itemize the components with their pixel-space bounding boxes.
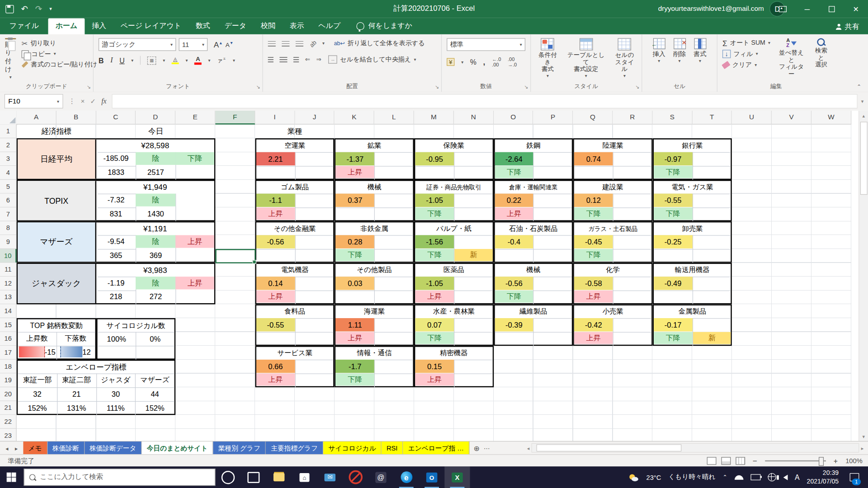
row-header-3[interactable]: 3 bbox=[0, 152, 17, 166]
row-header-23[interactable]: 23 bbox=[0, 429, 17, 441]
tab-file[interactable]: ファイル bbox=[0, 18, 48, 34]
industry-value[interactable]: -1.7 bbox=[336, 360, 374, 373]
industry-value[interactable]: -0.95 bbox=[415, 152, 453, 165]
zoom-out-icon[interactable]: − bbox=[753, 456, 757, 465]
index-change[interactable]: -1.19 bbox=[96, 277, 136, 289]
tab-データ[interactable]: データ bbox=[217, 18, 254, 34]
align-left-icon[interactable] bbox=[268, 57, 274, 62]
orientation-icon[interactable]: ab bbox=[308, 39, 317, 48]
industry-signal[interactable]: 上昇 bbox=[256, 374, 295, 386]
fill-button[interactable]: ↓フィル ▾ bbox=[722, 49, 770, 59]
taskbar-app-mail[interactable]: ✉ bbox=[317, 466, 343, 488]
column-header-L[interactable]: L bbox=[374, 111, 414, 125]
column-header-O[interactable]: O bbox=[494, 111, 533, 125]
industry-value[interactable]: 0.66 bbox=[256, 360, 295, 373]
copy-button[interactable]: コピー ▾ bbox=[22, 49, 97, 59]
account-email[interactable]: dryyourtearswithlove1@gmail.com bbox=[658, 5, 764, 13]
column-header-P[interactable]: P bbox=[533, 111, 573, 125]
industry-signal[interactable]: 下降 bbox=[654, 332, 692, 344]
index-change[interactable]: -185.09 bbox=[96, 152, 136, 165]
row-header-5[interactable]: 5 bbox=[0, 180, 17, 194]
column-header-W[interactable]: W bbox=[811, 111, 851, 125]
index-price[interactable]: ¥1,949 bbox=[96, 181, 214, 193]
industry-value[interactable]: -1.05 bbox=[415, 194, 453, 207]
index-signal[interactable]: 上昇 bbox=[175, 235, 214, 248]
industry-signal[interactable]: 上昇 bbox=[336, 332, 374, 344]
tab-挿入[interactable]: 挿入 bbox=[85, 18, 113, 34]
close-icon[interactable]: ✕ bbox=[844, 0, 868, 18]
envelope-percent[interactable]: 152% bbox=[18, 401, 57, 414]
format-as-table-button[interactable]: テーブルとして 書式設定▾ bbox=[565, 38, 607, 80]
clock[interactable]: 20:39 2021/07/05 bbox=[807, 469, 839, 486]
row-header-7[interactable]: 7 bbox=[0, 207, 17, 221]
sheet-tab-株価診断データ[interactable]: 株価診断データ bbox=[85, 441, 142, 455]
taskbar-app-store[interactable]: ⌂ bbox=[292, 466, 317, 488]
row-header-2[interactable]: 2 bbox=[0, 138, 17, 152]
onedrive-icon[interactable] bbox=[735, 475, 744, 479]
scroll-right-icon[interactable]: ▸ bbox=[861, 445, 864, 450]
index-decliners[interactable]: 272 bbox=[136, 291, 175, 303]
align-bottom-icon[interactable] bbox=[296, 41, 303, 46]
horizontal-scrollbar[interactable]: ◂ ▸ bbox=[527, 443, 863, 453]
bold-icon[interactable]: B bbox=[99, 56, 104, 64]
industry-value[interactable]: -1.56 bbox=[415, 235, 453, 248]
column-header-A[interactable]: A bbox=[17, 111, 57, 125]
taskbar-app-cortana[interactable] bbox=[215, 466, 241, 488]
insert-cells-button[interactable]: ← 挿入▾ bbox=[653, 38, 665, 80]
ribbon-display-options-icon[interactable] bbox=[770, 0, 795, 18]
weather-icon[interactable] bbox=[628, 473, 639, 482]
sheet-tab-今日のまとめサイト[interactable]: 今日のまとめサイト bbox=[142, 441, 213, 455]
align-right-icon[interactable] bbox=[293, 57, 299, 62]
taskbar-app-blocked[interactable] bbox=[343, 466, 368, 488]
index-candle[interactable]: 陰 bbox=[136, 235, 175, 248]
industry-value[interactable]: -1.1 bbox=[256, 194, 295, 207]
sheet-tab-メモ[interactable]: メモ bbox=[24, 441, 47, 455]
index-price[interactable]: ¥1,191 bbox=[96, 222, 214, 235]
industry-signal[interactable]: 上昇 bbox=[415, 291, 453, 303]
clear-button[interactable]: クリア ▾ bbox=[722, 60, 770, 70]
index-price[interactable]: ¥28,598 bbox=[96, 140, 214, 152]
vertical-scrollbar[interactable]: ▴▾ bbox=[859, 111, 868, 441]
row-header-11[interactable]: 11 bbox=[0, 263, 17, 277]
network-icon[interactable] bbox=[768, 473, 776, 481]
psychological-value-1[interactable]: 100% bbox=[97, 332, 136, 345]
column-header-S[interactable]: S bbox=[652, 111, 692, 125]
industry-signal[interactable]: 下降 bbox=[654, 207, 692, 220]
industry-signal[interactable]: 下降 bbox=[574, 207, 613, 220]
find-select-button[interactable]: 検索と 選択 bbox=[812, 38, 830, 80]
borders-icon[interactable]: ▦ bbox=[147, 56, 156, 64]
index-advancers[interactable]: 365 bbox=[96, 249, 136, 262]
scroll-left-icon[interactable]: ◂ bbox=[527, 445, 530, 450]
underline-icon[interactable]: U bbox=[119, 56, 124, 64]
enter-icon[interactable]: ✓ bbox=[90, 98, 96, 105]
envelope-count[interactable]: 30 bbox=[96, 387, 136, 400]
italic-icon[interactable]: I bbox=[110, 56, 113, 65]
industry-new-flag[interactable]: 新 bbox=[693, 332, 731, 344]
weather-desc[interactable]: くもり時々晴れ bbox=[668, 473, 715, 482]
industry-signal[interactable]: 下降 bbox=[415, 249, 453, 261]
taskbar-app-task-view[interactable] bbox=[241, 466, 266, 488]
industry-signal[interactable]: 下降 bbox=[654, 166, 692, 178]
cell-styles-button[interactable]: セルの スタイル▾ bbox=[613, 38, 637, 80]
cut-button[interactable]: ✂切り取り bbox=[22, 38, 97, 48]
industry-value[interactable]: -0.55 bbox=[654, 194, 692, 207]
sort-filter-button[interactable]: AZ 並べ替えと フィルター bbox=[777, 38, 806, 80]
envelope-count[interactable]: 21 bbox=[57, 387, 96, 400]
column-header-R[interactable]: R bbox=[613, 111, 653, 125]
column-header-D[interactable]: D bbox=[136, 111, 175, 125]
sheet-tab-株価診断[interactable]: 株価診断 bbox=[47, 441, 85, 455]
decrease-indent-icon[interactable]: ⇐ bbox=[305, 56, 310, 63]
industry-value[interactable]: 0.28 bbox=[336, 235, 374, 248]
index-price[interactable]: ¥3,983 bbox=[96, 264, 214, 276]
zoom-in-icon[interactable]: + bbox=[834, 457, 838, 465]
conditional-formatting-button[interactable]: 条件付き 書式▾ bbox=[536, 38, 559, 80]
row-header-22[interactable]: 22 bbox=[0, 415, 17, 429]
industry-signal[interactable]: 下降 bbox=[495, 291, 533, 303]
column-header-B[interactable]: B bbox=[57, 111, 96, 125]
row-header-21[interactable]: 21 bbox=[0, 401, 17, 415]
taskbar-app-edge[interactable]: e bbox=[394, 466, 419, 488]
index-decliners[interactable]: 2517 bbox=[136, 166, 175, 178]
font-size-select[interactable]: 11▾ bbox=[179, 38, 208, 51]
psychological-value-2[interactable]: 0% bbox=[136, 332, 174, 345]
new-sheet-icon[interactable]: ⊕ bbox=[469, 441, 484, 455]
